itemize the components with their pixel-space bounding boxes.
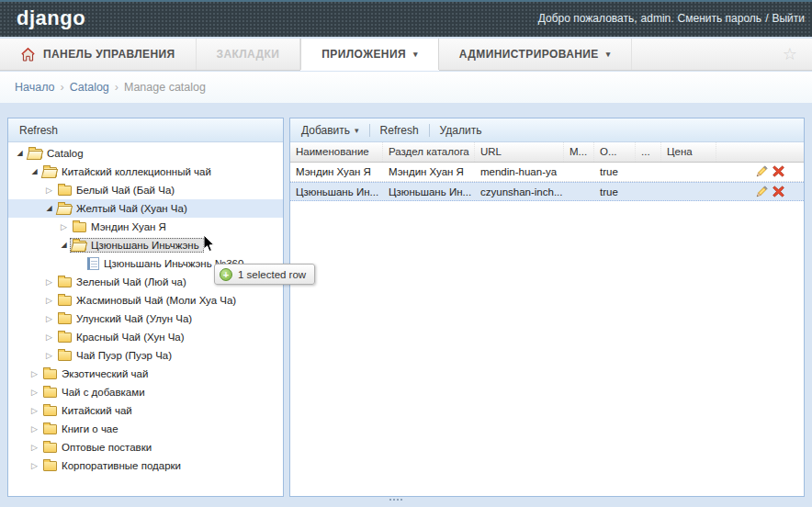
nav-item-bookmarks[interactable]: ЗАКЛАДКИ (197, 39, 301, 70)
folder-icon (58, 351, 72, 361)
breadcrumb-separator: › (115, 81, 118, 94)
tree-node[interactable]: ▷Чай с добавками (8, 383, 283, 401)
folder-icon (43, 406, 57, 416)
tree-node[interactable]: ▷Улунский Чай (Улун Ча) (8, 310, 283, 328)
table-row[interactable]: Цзюньшань Ин...Цзюньшань Ин...czyunshan-… (290, 182, 804, 201)
row-actions (716, 185, 790, 199)
breadcrumb-item: Manage catalog (124, 81, 206, 94)
collapse-arrow-icon[interactable]: ◢ (14, 144, 26, 163)
delete-x-icon[interactable] (772, 185, 786, 199)
expand-arrow-icon[interactable]: ▷ (43, 181, 55, 199)
tree-node[interactable]: ▷Красный Чай (Хун Ча) (8, 328, 283, 346)
table-cell: mendin-huan-ya (475, 166, 564, 177)
folder-icon (58, 296, 72, 306)
expand-arrow-icon[interactable]: ▷ (43, 273, 55, 291)
delete-button[interactable]: Удалить (434, 122, 489, 139)
delete-x-icon[interactable] (772, 164, 786, 179)
catalog-tree-panel: Refresh ◢Catalog◢Китайский коллекционный… (7, 118, 284, 497)
plus-circle-icon: + (220, 268, 232, 281)
folder-icon (73, 222, 86, 232)
nav-item-label: АДМИНИСТРИРОВАНИЕ (459, 48, 599, 61)
tree-refresh-button[interactable]: Refresh (13, 122, 64, 139)
nav-item-label: ПАНЕЛЬ УПРАВЛЕНИЯ (43, 48, 175, 61)
column-header[interactable]: Цена (661, 142, 716, 162)
expand-arrow-icon[interactable]: ▷ (28, 420, 40, 438)
tree-node[interactable]: ▷Белый Чай (Бай Ча) (8, 181, 283, 199)
grid-toolbar: Добавить ▾ Refresh Удалить (290, 118, 804, 142)
star-icon[interactable]: ☆ (768, 39, 812, 70)
breadcrumb: Начало›Catalog›Manage catalog (0, 72, 812, 103)
column-header[interactable]: URL (475, 142, 564, 162)
logout-link[interactable]: Выйти (772, 12, 805, 25)
folder-icon (43, 443, 57, 453)
tree-node-body: Чай Пуэр (Пуэр Ча) (55, 348, 176, 363)
column-header[interactable]: ... (636, 142, 661, 162)
tree-node-label: Улунский Чай (Улун Ча) (76, 313, 192, 324)
breadcrumb-item[interactable]: Начало (15, 81, 55, 94)
column-header[interactable]: Раздел каталога (383, 142, 475, 162)
tree-node-label: Экзотический чай (62, 368, 148, 379)
tree-node[interactable]: ▷Чай Пуэр (Пуэр Ча) (8, 346, 283, 365)
nav-item-applications[interactable]: ПРИЛОЖЕНИЯ▾ (300, 39, 439, 70)
folder-icon (43, 424, 57, 434)
expand-arrow-icon[interactable]: ▷ (28, 456, 40, 475)
tree-node-body: Корпоративные подарки (40, 458, 186, 473)
expand-arrow-icon[interactable]: ▷ (28, 383, 40, 401)
change-password-link[interactable]: Сменить пароль (678, 12, 762, 25)
welcome-text: Добро пожаловать, (538, 12, 637, 25)
tree-node-label: Цзюньшань Иньчжэнь (91, 240, 199, 251)
username: admin. (641, 12, 674, 25)
tree-node-body: Китайский коллекционный чай (40, 164, 216, 179)
collapse-arrow-icon[interactable]: ◢ (58, 236, 70, 254)
expand-arrow-icon[interactable]: ▷ (43, 328, 55, 346)
column-header[interactable]: М... (564, 142, 594, 162)
collapse-arrow-icon[interactable]: ◢ (43, 199, 55, 218)
column-header[interactable]: Наименование (290, 142, 383, 162)
tree-node[interactable]: ◢Catalog (8, 144, 283, 163)
grid-header: НаименованиеРаздел каталогаURLМ...О.....… (290, 142, 804, 163)
table-row[interactable]: Мэндин Хуан ЯМэндин Хуан Яmendin-huan-ya… (290, 163, 804, 182)
breadcrumb-separator: › (61, 81, 64, 94)
nav-item-label: ПРИЛОЖЕНИЯ (321, 48, 406, 61)
add-button-label: Добавить (301, 124, 350, 137)
tree-node[interactable]: ◢Цзюньшань Иньчжэнь (8, 236, 283, 254)
expand-arrow-icon[interactable]: ▷ (43, 310, 55, 328)
nav-item-dashboard[interactable]: ПАНЕЛЬ УПРАВЛЕНИЯ (0, 39, 197, 70)
expand-arrow-icon[interactable]: ▷ (43, 346, 55, 365)
tree-node-body: Желтый Чай (Хуан Ча) (55, 201, 192, 216)
collapse-arrow-icon[interactable]: ◢ (28, 163, 40, 181)
table-cell: Мэндин Хуан Я (290, 166, 383, 177)
column-header[interactable]: О... (594, 142, 636, 162)
expand-arrow-icon[interactable]: ▷ (28, 401, 40, 420)
toolbar-separator (429, 124, 430, 137)
tree-node-label: Китайский чай (62, 405, 132, 416)
tree-node[interactable]: ▷Оптовые поставки (8, 438, 283, 456)
user-tools: Добро пожаловать, admin. Сменить пароль … (538, 12, 805, 25)
expand-arrow-icon[interactable]: ▷ (58, 218, 70, 236)
tree-node[interactable]: ▷Мэндин Хуан Я (8, 218, 283, 236)
expand-arrow-icon[interactable]: ▷ (43, 291, 55, 310)
expand-arrow-icon[interactable]: ▷ (28, 438, 40, 456)
edit-pencil-icon[interactable] (754, 185, 769, 199)
tree-node[interactable]: ◢Желтый Чай (Хуан Ча) (8, 199, 283, 218)
tree-node[interactable]: ▷Китайский чай (8, 401, 283, 420)
breadcrumb-item[interactable]: Catalog (70, 81, 109, 94)
add-button[interactable]: Добавить ▾ (295, 122, 366, 139)
grid-refresh-button[interactable]: Refresh (374, 122, 425, 139)
splitter-handle[interactable] (389, 497, 408, 502)
tree-node[interactable]: ▷Книги о чае (8, 420, 283, 438)
dropdown-arrow-icon: ▾ (606, 50, 611, 59)
folder-icon (43, 369, 57, 379)
expand-arrow-icon[interactable]: ▷ (28, 365, 40, 383)
tree-node[interactable]: ◢Китайский коллекционный чай (8, 163, 283, 181)
folder-open-icon (58, 204, 72, 214)
tree-node[interactable]: ▷Корпоративные подарки (8, 456, 283, 475)
edit-pencil-icon[interactable] (754, 164, 769, 179)
dropdown-arrow-icon: ▾ (413, 50, 418, 59)
tree-node[interactable]: ▷Жасминовый Чай (Моли Хуа Ча) (8, 291, 283, 310)
nav-item-administration[interactable]: АДМИНИСТРИРОВАНИЕ▾ (439, 39, 632, 70)
tree-node-label: Мэндин Хуан Я (91, 221, 166, 232)
tree-node-body: Красный Чай (Хун Ча) (55, 330, 189, 344)
tree-node-label: Оптовые поставки (62, 442, 152, 453)
tree-node[interactable]: ▷Экзотический чай (8, 365, 283, 383)
